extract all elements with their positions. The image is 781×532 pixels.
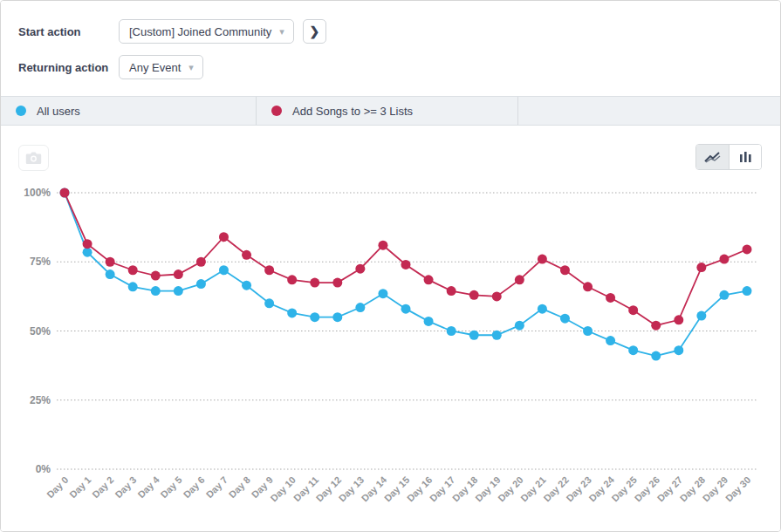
legend-item-add-songs[interactable]: Add Songs to >= 3 Lists xyxy=(257,97,518,125)
data-point xyxy=(401,304,411,314)
data-point xyxy=(242,250,251,260)
svg-text:50%: 50% xyxy=(30,325,51,338)
data-point xyxy=(310,278,319,288)
data-point xyxy=(719,255,729,264)
series-dot-red xyxy=(271,106,282,116)
data-point xyxy=(264,298,274,308)
export-image-button[interactable] xyxy=(18,145,49,171)
data-point xyxy=(583,326,593,336)
chart-type-toggle xyxy=(695,144,762,170)
x-axis-tick-label: Day 6 xyxy=(182,474,207,500)
svg-text:0%: 0% xyxy=(36,463,51,475)
data-point xyxy=(106,269,115,279)
data-point xyxy=(219,232,229,242)
chevron-down-icon: ▾ xyxy=(188,63,194,72)
returning-action-value: Any Event xyxy=(129,61,181,74)
legend-spacer xyxy=(518,97,780,125)
returning-action-dropdown[interactable]: Any Event ▾ xyxy=(119,55,203,79)
data-point xyxy=(583,282,593,291)
data-point xyxy=(743,286,752,296)
data-point xyxy=(674,345,683,355)
legend-label: Add Songs to >= 3 Lists xyxy=(292,105,413,118)
series-dot-blue xyxy=(16,106,26,116)
legend-bar: All users Add Songs to >= 3 Lists xyxy=(1,96,780,126)
legend-item-all-users[interactable]: All users xyxy=(1,97,257,125)
svg-text:75%: 75% xyxy=(30,256,51,268)
x-axis-tick-label: Day 5 xyxy=(159,474,184,500)
x-axis-tick-label: Day 2 xyxy=(90,474,115,500)
data-point xyxy=(696,263,706,272)
data-point xyxy=(174,286,183,296)
x-axis-tick-label: Day 1 xyxy=(67,474,92,500)
data-point xyxy=(469,290,479,300)
data-point xyxy=(287,308,297,317)
data-point xyxy=(401,260,411,269)
camera-icon xyxy=(25,151,42,165)
data-point xyxy=(674,315,683,324)
data-point xyxy=(83,239,92,249)
data-point xyxy=(151,286,161,296)
data-point xyxy=(219,265,229,275)
data-point xyxy=(538,255,547,264)
data-point xyxy=(538,304,547,314)
data-point xyxy=(128,282,138,291)
data-point xyxy=(719,290,729,300)
data-point xyxy=(264,265,274,275)
x-axis-tick-label: Day 7 xyxy=(204,474,230,500)
start-action-dropdown[interactable]: [Custom] Joined Community ▾ xyxy=(119,19,294,44)
x-axis-tick-label: Day 10 xyxy=(269,474,298,504)
retention-chart-area: 0%25%50%75%100%Day 0Day 1Day 2Day 3Day 4… xyxy=(1,126,780,531)
expand-start-action-button[interactable]: ❯ xyxy=(303,19,326,44)
x-axis-tick-label: Day 3 xyxy=(113,474,138,500)
bar-chart-icon xyxy=(739,151,752,163)
data-point xyxy=(355,264,365,274)
data-point xyxy=(560,314,570,324)
returning-action-label: Returning action xyxy=(18,61,119,74)
data-point xyxy=(83,248,92,257)
svg-text:100%: 100% xyxy=(24,187,51,199)
data-point xyxy=(447,326,456,336)
retention-line-chart: 0%25%50%75%100%Day 0Day 1Day 2Day 3Day 4… xyxy=(1,126,780,531)
data-point xyxy=(515,321,524,331)
data-point xyxy=(651,321,661,331)
data-point xyxy=(515,275,524,284)
data-point xyxy=(128,265,138,275)
legend-label: All users xyxy=(37,105,80,118)
data-point xyxy=(196,279,206,289)
data-point xyxy=(174,269,183,279)
x-axis-tick-label: Day 4 xyxy=(135,474,161,500)
data-point xyxy=(606,293,615,303)
x-axis-tick-label: Day 0 xyxy=(45,474,70,500)
data-point xyxy=(651,351,661,361)
data-point xyxy=(447,286,456,296)
start-action-label: Start action xyxy=(18,25,119,38)
data-point xyxy=(310,312,319,322)
chevron-down-icon: ▾ xyxy=(279,27,284,37)
data-point xyxy=(424,275,434,284)
data-point xyxy=(151,271,161,281)
data-point xyxy=(424,317,434,326)
data-point xyxy=(332,312,342,322)
x-axis-tick-label: Day 30 xyxy=(723,474,753,504)
data-point xyxy=(492,331,502,340)
data-point xyxy=(355,303,365,312)
data-point xyxy=(378,289,387,298)
bar-chart-toggle-button[interactable] xyxy=(729,145,761,169)
data-point xyxy=(492,291,502,301)
chevron-right-icon: ❯ xyxy=(309,24,319,38)
svg-text:25%: 25% xyxy=(30,394,51,406)
data-point xyxy=(106,257,115,267)
data-point xyxy=(196,257,206,267)
data-point xyxy=(696,311,706,321)
query-controls: Start action [Custom] Joined Community ▾… xyxy=(1,1,780,96)
data-point xyxy=(378,241,387,250)
data-point xyxy=(560,265,570,275)
data-point xyxy=(743,244,752,254)
x-axis-tick-label: Day 8 xyxy=(227,474,252,500)
line-chart-icon xyxy=(704,151,721,163)
data-point xyxy=(332,278,342,288)
data-point xyxy=(60,188,70,198)
data-point xyxy=(606,336,615,345)
line-chart-toggle-button[interactable] xyxy=(696,145,729,169)
data-point xyxy=(469,331,479,340)
